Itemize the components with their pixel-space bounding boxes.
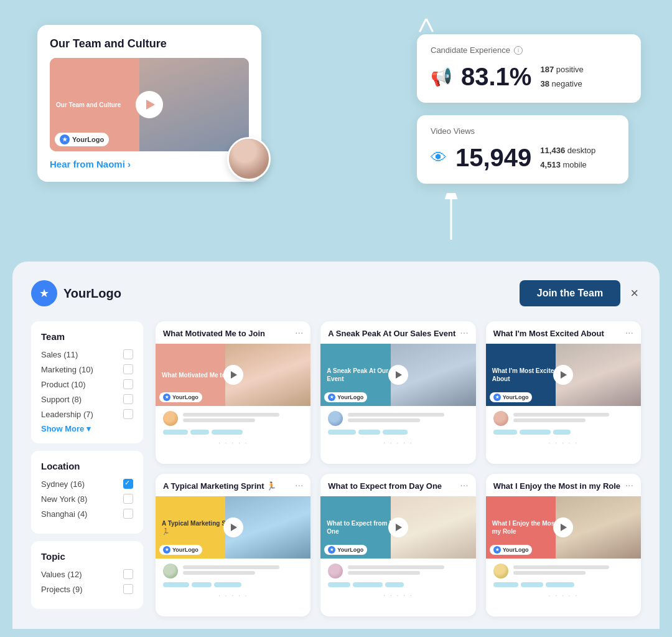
filter-item-product: Product (10) bbox=[41, 379, 133, 389]
close-button[interactable]: × bbox=[628, 283, 641, 304]
checkbox-sales[interactable] bbox=[123, 349, 133, 359]
video-thumb-3[interactable]: What I'm Most Excited About ★ YourLogo bbox=[486, 344, 641, 406]
sidebar: Team Sales (11) Marketing (10) Product (… bbox=[31, 321, 143, 616]
chevron-down-icon: ▾ bbox=[86, 424, 91, 433]
checkbox-sydney[interactable] bbox=[123, 479, 133, 489]
floating-avatar bbox=[227, 137, 271, 181]
checkbox-marketing[interactable] bbox=[123, 364, 133, 374]
team-filter-title: Team bbox=[41, 331, 133, 342]
filter-item-sydney: Sydney (16) bbox=[41, 479, 133, 489]
more-options-3[interactable]: ··· bbox=[625, 328, 633, 339]
logo-star-icon: ★ bbox=[60, 134, 70, 144]
video-card-1: What Motivated Me to Join ··· What Motiv… bbox=[156, 321, 310, 464]
checkbox-projects[interactable] bbox=[123, 584, 133, 594]
filter-item-leadership: Leadership (7) bbox=[41, 409, 133, 419]
video-title-3: What I'm Most Excited About bbox=[493, 329, 604, 338]
eye-icon: 👁 bbox=[431, 148, 447, 168]
mobile-label: mobile bbox=[563, 160, 587, 169]
topic-filter-card: Topic Values (12) Projects (9) bbox=[31, 541, 143, 609]
more-options-4[interactable]: ··· bbox=[295, 480, 303, 491]
video-thumb-4[interactable]: A Typical Marketing Sprint 🏃 ★ YourLogo bbox=[156, 496, 310, 559]
more-options-6[interactable]: ··· bbox=[625, 480, 633, 491]
video-card-3: What I'm Most Excited About ··· What I'm… bbox=[486, 321, 641, 464]
header-actions: Join the Team × bbox=[520, 280, 641, 306]
hear-from-link[interactable]: Hear from Naomi bbox=[50, 159, 249, 169]
video-card-4: A Typical Marketing Sprint 🏃 ··· A Typic… bbox=[156, 474, 310, 616]
candidate-exp-percentage: 83.1% bbox=[461, 63, 531, 91]
negative-label: negative bbox=[552, 79, 582, 88]
checkbox-product[interactable] bbox=[123, 379, 133, 389]
more-options-2[interactable]: ··· bbox=[460, 328, 468, 339]
filter-item-newyork: New York (8) bbox=[41, 494, 133, 504]
video-title-4: A Typical Marketing Sprint 🏃 bbox=[163, 481, 276, 491]
video-thumb-6[interactable]: What I Enjoy the Most in my Role ★ YourL… bbox=[486, 496, 641, 559]
candidate-exp-title: Candidate Experience bbox=[431, 45, 510, 55]
play-button[interactable] bbox=[136, 91, 163, 118]
topic-filter-title: Topic bbox=[41, 551, 133, 562]
checkbox-newyork[interactable] bbox=[123, 494, 133, 504]
logo-name: YourLogo bbox=[63, 286, 121, 301]
checkbox-support[interactable] bbox=[123, 394, 133, 404]
megaphone-icon: 📢 bbox=[431, 67, 452, 87]
video-views-title: Video Views bbox=[431, 126, 475, 136]
video-title-6: What I Enjoy the Most in my Role bbox=[493, 481, 620, 491]
main-panel: ★ YourLogo Join the Team × Team Sales (1… bbox=[12, 262, 660, 629]
video-grid: What Motivated Me to Join ··· What Motiv… bbox=[156, 321, 641, 616]
filter-item-sales: Sales (11) bbox=[41, 349, 133, 359]
logo-area: ★ YourLogo bbox=[31, 280, 121, 306]
video-thumb-1[interactable]: What Motivated Me to Join ★ YourLogo bbox=[156, 344, 310, 406]
video-thumb-2[interactable]: A Sneak Peak At Our Sales Event ★ YourLo… bbox=[320, 344, 475, 406]
location-filter-title: Location bbox=[41, 461, 133, 471]
filter-item-marketing: Marketing (10) bbox=[41, 364, 133, 374]
location-filter-card: Location Sydney (16) New York (8) Shangh… bbox=[31, 451, 143, 534]
logo-badge: ★ YourLogo bbox=[55, 133, 109, 146]
desktop-label: desktop bbox=[567, 146, 596, 155]
svg-line-0 bbox=[420, 19, 426, 31]
team-filter-card: Team Sales (11) Marketing (10) Product (… bbox=[31, 321, 143, 443]
show-more-button[interactable]: Show More ▾ bbox=[41, 424, 133, 433]
more-options-1[interactable]: ··· bbox=[295, 328, 303, 339]
filter-item-support: Support (8) bbox=[41, 394, 133, 404]
video-card-5: What to Expect from Day One ··· What to … bbox=[320, 474, 475, 616]
filter-item-values: Values (12) bbox=[41, 569, 133, 579]
arrow-up-decoration bbox=[436, 193, 467, 245]
candidate-experience-card: Candidate Experience i 📢 83.1% 187 posit… bbox=[417, 34, 641, 103]
video-title-5: What to Expect from Day One bbox=[328, 481, 442, 491]
video-card-6: What I Enjoy the Most in my Role ··· Wha… bbox=[486, 474, 641, 616]
svg-line-1 bbox=[426, 19, 432, 31]
join-team-button[interactable]: Join the Team bbox=[520, 280, 620, 306]
negative-count: 38 bbox=[540, 79, 549, 88]
logo-icon: ★ bbox=[31, 280, 57, 306]
mobile-count: 4,513 bbox=[540, 160, 561, 169]
main-content: Team Sales (11) Marketing (10) Product (… bbox=[31, 321, 641, 616]
checkbox-leadership[interactable] bbox=[123, 409, 133, 419]
video-views-count: 15,949 bbox=[455, 144, 531, 172]
video-card-2: A Sneak Peak At Our Sales Event ··· A Sn… bbox=[320, 321, 475, 464]
team-culture-title: Our Team and Culture bbox=[50, 37, 249, 50]
filter-item-shanghai: Shanghai (4) bbox=[41, 509, 133, 519]
video-title-1: What Motivated Me to Join bbox=[163, 329, 265, 338]
video-thumb-5[interactable]: What to Expect from Day One ★ YourLogo bbox=[320, 496, 475, 559]
app-header: ★ YourLogo Join the Team × bbox=[31, 280, 641, 306]
positive-count: 187 bbox=[540, 65, 554, 74]
info-icon[interactable]: i bbox=[514, 46, 523, 55]
desktop-count: 11,436 bbox=[540, 146, 565, 155]
positive-label: positive bbox=[556, 65, 584, 74]
video-thumbnail[interactable]: Our Team and Culture ★ YourLogo bbox=[50, 58, 249, 151]
filter-item-projects: Projects (9) bbox=[41, 584, 133, 594]
video-views-card: Video Views 👁 15,949 11,436 desktop 4,51… bbox=[417, 115, 628, 184]
more-options-5[interactable]: ··· bbox=[460, 480, 468, 491]
video-title-2: A Sneak Peak At Our Sales Event bbox=[328, 329, 455, 338]
checkbox-shanghai[interactable] bbox=[123, 509, 133, 519]
checkbox-values[interactable] bbox=[123, 569, 133, 579]
video-overlay-text: Our Team and Culture bbox=[56, 101, 121, 109]
